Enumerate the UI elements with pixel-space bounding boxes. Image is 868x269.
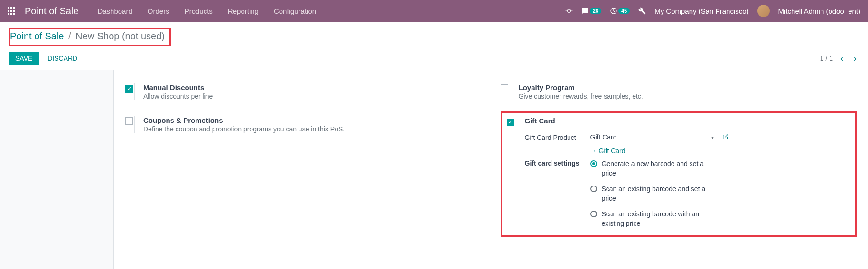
coupons-title: Coupons & Promotions — [143, 116, 482, 124]
gift-card-product-label: Gift Card Product — [525, 134, 587, 141]
tools-icon[interactable] — [638, 7, 646, 15]
setting-coupons: Coupons & Promotions Define the coupon a… — [125, 111, 482, 144]
gift-card-product-field[interactable]: ▾ — [590, 132, 714, 142]
gift-card-product-input[interactable] — [590, 132, 711, 142]
loyalty-desc: Give customer rewards, free samples, etc… — [519, 93, 857, 100]
gift-card-option-scan-set-price[interactable]: Scan an existing barcode and set a price — [590, 185, 714, 203]
gift-card-highlight: Gift Card Gift Card Product ▾ →Gift Card — [501, 111, 857, 237]
user-menu[interactable]: Mitchell Admin (odoo_ent) — [778, 7, 860, 15]
svg-point-0 — [567, 9, 570, 13]
coupons-desc: Define the coupon and promotion programs… — [143, 125, 482, 133]
pager-next[interactable]: › — [851, 53, 859, 65]
nav-dashboard[interactable]: Dashboard — [97, 7, 132, 15]
coupons-checkbox[interactable] — [125, 117, 133, 125]
arrow-right-icon: → — [590, 147, 597, 155]
activities-badge: 45 — [618, 8, 630, 14]
top-nav: Dashboard Orders Products Reporting Conf… — [97, 7, 565, 15]
nav-configuration[interactable]: Configuration — [274, 7, 316, 15]
company-selector[interactable]: My Company (San Francisco) — [654, 7, 748, 15]
external-link-icon[interactable] — [722, 133, 729, 141]
manual-discounts-checkbox[interactable] — [125, 85, 133, 93]
manual-discounts-desc: Allow discounts per line — [143, 93, 482, 100]
svg-line-6 — [725, 134, 728, 137]
breadcrumb: Point of Sale / New Shop (not used) — [10, 31, 165, 42]
setting-loyalty: Loyalty Program Give customer rewards, f… — [501, 79, 857, 111]
radio-icon — [590, 211, 597, 217]
pager-text: 1 / 1 — [820, 55, 833, 62]
nav-reporting[interactable]: Reporting — [228, 7, 259, 15]
gift-card-checkbox[interactable] — [507, 119, 514, 126]
pager-prev[interactable]: ‹ — [838, 53, 846, 65]
activities-icon[interactable]: 45 — [610, 7, 630, 15]
radio-icon — [590, 160, 597, 167]
breadcrumb-current: New Shop (not used) — [75, 31, 165, 41]
manual-discounts-title: Manual Discounts — [143, 83, 482, 92]
loyalty-title: Loyalty Program — [519, 83, 857, 92]
pager: 1 / 1 ‹ › — [820, 53, 859, 65]
chevron-down-icon[interactable]: ▾ — [711, 135, 714, 140]
gift-card-title: Gift Card — [525, 117, 851, 125]
bug-icon[interactable] — [565, 7, 573, 15]
save-button[interactable]: SAVE — [9, 52, 39, 65]
gift-card-link[interactable]: →Gift Card — [590, 147, 625, 155]
nav-products[interactable]: Products — [185, 7, 213, 15]
loyalty-checkbox[interactable] — [501, 84, 508, 92]
setting-manual-discounts: Manual Discounts Allow discounts per lin… — [125, 79, 482, 111]
messages-badge: 26 — [590, 8, 601, 14]
avatar[interactable] — [757, 5, 770, 17]
breadcrumb-highlight: Point of Sale / New Shop (not used) — [9, 28, 171, 46]
radio-icon — [590, 186, 597, 192]
breadcrumb-root[interactable]: Point of Sale — [10, 31, 64, 41]
settings-sidebar — [0, 70, 114, 269]
apps-icon[interactable] — [8, 7, 16, 15]
gift-card-option-generate[interactable]: Generate a new barcode and set a price — [590, 159, 714, 178]
app-title: Point of Sale — [25, 6, 78, 17]
gift-card-option-scan-existing-price[interactable]: Scan an existing barcode with an existin… — [590, 210, 714, 228]
gift-card-settings-label: Gift card settings — [525, 159, 587, 229]
nav-orders[interactable]: Orders — [148, 7, 169, 15]
gift-card-settings-radiogroup: Generate a new barcode and set a price S… — [590, 159, 714, 229]
messages-icon[interactable]: 26 — [581, 7, 601, 15]
discard-button[interactable]: DISCARD — [47, 55, 77, 62]
